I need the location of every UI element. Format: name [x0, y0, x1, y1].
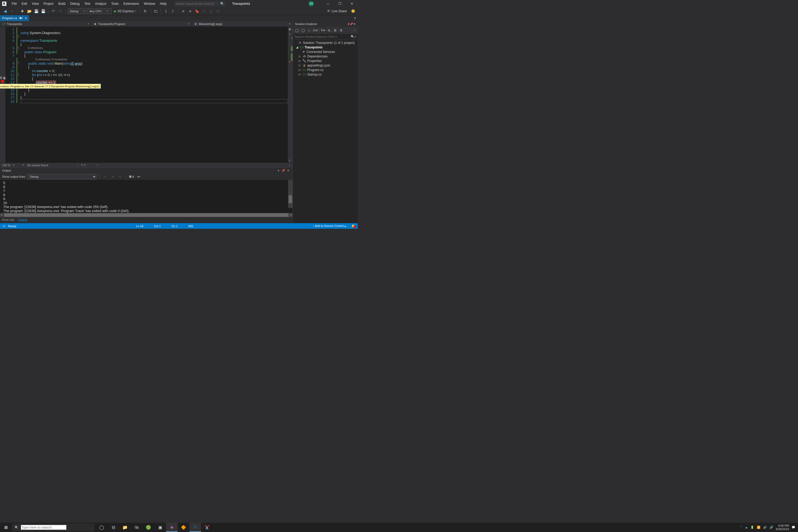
tree-item[interactable]: ▷⁂Dependencies	[293, 54, 358, 58]
breakpoint-icon[interactable]	[1, 80, 4, 83]
nav-back-icon[interactable]: ◀	[2, 8, 8, 14]
code-editor[interactable]: ⚙ ◐ 123456789101112131415161718 − − − − …	[0, 27, 292, 163]
source-control-button[interactable]: ↑ Add to Source Control ▴	[313, 224, 346, 228]
menu-debug[interactable]: Debug	[68, 1, 82, 7]
menu-analyze[interactable]: Analyze	[93, 1, 109, 7]
fold-toggle-icon[interactable]: −	[17, 46, 19, 49]
tab-program-cs[interactable]: Program.cs �î ✕	[0, 15, 29, 21]
notifications-icon[interactable]: 🔔	[352, 224, 355, 228]
refresh-icon[interactable]: ↻▾	[321, 28, 325, 33]
refresh-icon[interactable]: ↻	[142, 8, 148, 14]
scroll-left-icon[interactable]: ◂	[96, 163, 98, 167]
live-share-button[interactable]: ⇱ Live Share 😊	[327, 9, 355, 13]
show-all-icon[interactable]: ⊞	[333, 28, 338, 33]
tree-solution-node[interactable]: ⧉ Solution 'Tracepoints' (1 of 1 project…	[293, 40, 358, 45]
panel-dropdown-icon[interactable]: ▾	[276, 169, 281, 172]
panel-pin-icon[interactable]: 📌	[349, 22, 353, 26]
nav-member-dropdown[interactable]: ◧ Main(string[] args)	[192, 22, 292, 26]
output-panel-header[interactable]: Output ▾ 📌 ✕	[0, 168, 292, 173]
tab-output[interactable]: Output	[16, 217, 29, 223]
save-icon[interactable]: 💾	[33, 8, 39, 14]
undo-icon[interactable]: ↶	[51, 8, 56, 14]
code-text[interactable]: using System.Diagnostics; namespace Trac…	[20, 27, 288, 163]
fold-toggle-icon[interactable]: −	[17, 62, 19, 64]
scroll-up-icon[interactable]: ▴	[289, 32, 291, 36]
fwd-icon[interactable]: ◯	[301, 28, 305, 33]
menu-build[interactable]: Build	[56, 1, 68, 7]
browse-icon[interactable]: 🗀	[153, 8, 158, 14]
split-icon[interactable]: ✚	[288, 27, 291, 32]
fold-toggle-icon[interactable]: −	[17, 35, 19, 38]
sync-icon[interactable]: 🗀▾	[313, 28, 318, 33]
menu-project[interactable]: Project	[41, 1, 56, 7]
ruler-toggle-icon[interactable]: ✎ ▾	[81, 163, 86, 167]
redo-icon[interactable]: ↷	[57, 8, 63, 14]
menu-window[interactable]: Window	[142, 1, 157, 7]
toggle-wrap-icon[interactable]: ↩	[136, 174, 142, 179]
solution-explorer-header[interactable]: Solution Explorer ▾ 📌 ✕	[293, 21, 358, 27]
fold-toggle-icon[interactable]: −	[17, 73, 19, 76]
menu-tools[interactable]: Tools	[109, 1, 121, 7]
panel-close-icon[interactable]: ✕	[286, 169, 290, 172]
solution-search-input[interactable]	[294, 35, 350, 38]
step-over-icon[interactable]: ⤴	[170, 8, 176, 14]
clear-output-icon[interactable]: ✖≡	[129, 174, 134, 179]
quick-launch-input[interactable]	[175, 2, 220, 5]
output-vscrollbar[interactable]	[288, 180, 292, 208]
tree-item[interactable]: ▷C#Program.cs	[293, 68, 358, 72]
issues-label[interactable]: No issues found	[27, 164, 48, 167]
status-ins[interactable]: INS	[188, 225, 193, 228]
tree-item[interactable]: ▷C#Startup.cs	[293, 72, 358, 77]
solution-search[interactable]: 🔍▾	[293, 34, 358, 40]
scroll-down-icon[interactable]: ▾	[289, 158, 291, 162]
zoom-dropdown[interactable]: 100 %	[2, 164, 11, 167]
open-file-icon[interactable]: 📂	[26, 8, 32, 14]
status-col[interactable]: Col 1	[154, 225, 161, 228]
minimize-button[interactable]: ―	[322, 0, 334, 7]
nav-type-dropdown[interactable]: ◆ Tracepoints.Program	[91, 22, 192, 26]
tab-overflow-icon[interactable]: ▾	[353, 15, 358, 21]
menu-help[interactable]: Help	[158, 1, 169, 7]
uncomment-icon[interactable]: ⎙	[208, 8, 214, 14]
overview-ruler[interactable]: ✚ ▴ ▾	[288, 27, 292, 163]
solution-tree[interactable]: ⧉ Solution 'Tracepoints' (1 of 1 project…	[293, 40, 358, 223]
indent-icon[interactable]: ≡	[187, 8, 193, 14]
home-icon[interactable]: ⌂	[307, 28, 311, 33]
close-tab-icon[interactable]: ✕	[25, 17, 27, 20]
toggle-icon[interactable]: ⇄	[215, 8, 221, 14]
output-hscrollbar[interactable]: ◂ ▸	[0, 213, 292, 217]
panel-close-icon[interactable]: ✕	[353, 22, 356, 26]
status-line[interactable]: Ln 18	[136, 225, 144, 228]
outdent-icon[interactable]: ≡	[180, 8, 186, 14]
wrap-icon[interactable]: ≡	[117, 174, 123, 179]
start-debug-button[interactable]: ▶IIS Express▾	[113, 9, 137, 13]
expand-icon[interactable]: ◢	[296, 46, 299, 49]
solution-config-dropdown[interactable]: Debug	[68, 8, 87, 14]
step-into-icon[interactable]: ⤵	[163, 8, 169, 14]
feedback-icon[interactable]: 😊	[351, 9, 355, 13]
menu-edit[interactable]: Edit	[19, 1, 29, 7]
tree-item[interactable]: ▷🔧Properties	[293, 58, 358, 63]
indent-more-icon[interactable]: ≡	[110, 174, 115, 179]
codelens-refs[interactable]: 0 references	[20, 46, 288, 50]
menu-file[interactable]: File	[10, 1, 19, 7]
status-ch[interactable]: Ch 1	[172, 225, 178, 228]
fold-column[interactable]: − − − −	[17, 27, 20, 163]
expand-icon[interactable]: ▷	[298, 68, 301, 71]
tab-error-list[interactable]: Error List	[0, 217, 16, 223]
nav-fwd-icon[interactable]: ▸	[9, 8, 15, 14]
save-all-icon[interactable]: 💾	[40, 8, 46, 14]
nav-scope-dropdown[interactable]: C# Tracepoints	[0, 22, 91, 26]
expand-icon[interactable]: ▷	[298, 55, 301, 58]
user-avatar[interactable]: SS	[308, 1, 314, 6]
breakpoint-gutter[interactable]: ⚙ ◐	[0, 27, 5, 163]
codelens-refs-main[interactable]: 0 references | 0 exceptions	[20, 58, 288, 61]
output-text[interactable]: 5 6 7 8 9 10 The program '[22636] iisexp…	[0, 180, 292, 213]
quick-launch-search[interactable]: 🔍	[174, 1, 226, 7]
scroll-right-icon[interactable]: ▸	[289, 163, 290, 167]
expand-icon[interactable]: ▷	[298, 59, 301, 62]
pin-icon[interactable]: �î	[19, 17, 23, 20]
menu-test[interactable]: Test	[82, 1, 92, 7]
new-project-icon[interactable]: ✚	[19, 8, 25, 14]
solution-platform-dropdown[interactable]: Any CPU	[88, 8, 111, 14]
